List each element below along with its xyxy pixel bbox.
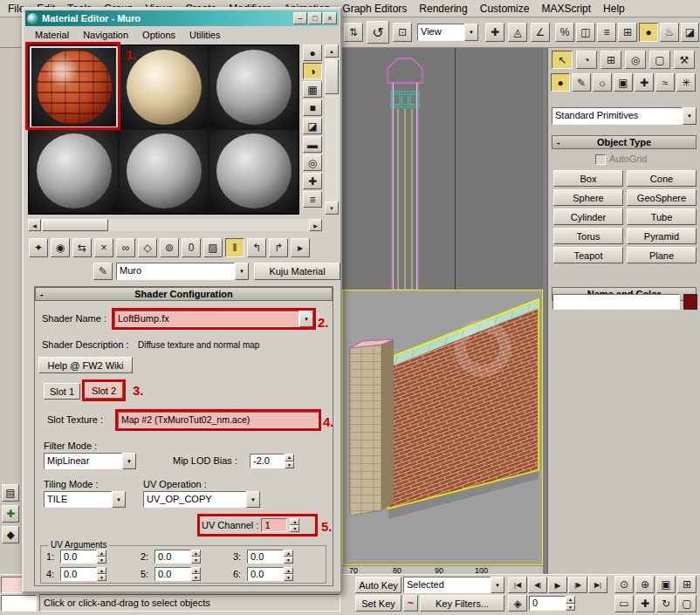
assign-material-to-selection-icon[interactable]: ⇆ bbox=[72, 238, 92, 257]
pan-icon[interactable]: ✚ bbox=[635, 595, 655, 612]
minimize-button[interactable]: – bbox=[293, 12, 307, 24]
options-icon[interactable]: ◎ bbox=[303, 154, 322, 171]
previous-frame-button[interactable]: ◀| bbox=[528, 577, 547, 593]
spin-down-icon[interactable]: ▼ bbox=[285, 461, 294, 469]
zoom-extents-all-icon[interactable]: ⊞ bbox=[677, 576, 697, 593]
layer-manager-icon[interactable]: ▤ bbox=[2, 484, 19, 502]
select-and-rotate-icon[interactable]: ↺ bbox=[367, 21, 389, 44]
zoom-icon[interactable]: ⊙ bbox=[614, 576, 634, 593]
uv-arg-4-spinner[interactable]: ▲▼ bbox=[97, 567, 106, 581]
tab-hierarchy[interactable]: ⊞ bbox=[600, 51, 621, 69]
category-cameras-icon[interactable]: ▣ bbox=[614, 73, 633, 92]
slot-texture-button[interactable]: Map #2 (TxMuroTut02_nm.ace) bbox=[118, 412, 319, 428]
auto-key-button[interactable]: Auto Key bbox=[355, 577, 401, 593]
uv-channel-field[interactable]: 1 bbox=[261, 518, 287, 532]
filter-mode-dropdown[interactable]: MipLinear ▼ bbox=[44, 453, 136, 469]
chevron-down-icon[interactable]: ▼ bbox=[299, 311, 313, 327]
viewport-perspective[interactable] bbox=[342, 290, 543, 565]
uv-arg-1-field[interactable]: 0.0 bbox=[60, 550, 97, 564]
object-button-geosphere[interactable]: GeoSphere bbox=[627, 189, 697, 206]
object-button-box[interactable]: Box bbox=[553, 170, 623, 187]
material-name-dropdown[interactable]: Muro ▼ bbox=[116, 263, 249, 280]
snap-toggle-icon[interactable]: ◬ bbox=[508, 23, 527, 42]
spin-up-icon[interactable]: ▲ bbox=[191, 567, 201, 574]
key-tangent-icon[interactable]: ~ bbox=[403, 595, 418, 612]
key-mode-toggle[interactable]: ◈ bbox=[508, 595, 527, 612]
menu-help[interactable]: Help bbox=[597, 1, 631, 17]
object-button-sphere[interactable]: Sphere bbox=[553, 189, 623, 206]
object-button-cone[interactable]: Cone bbox=[627, 170, 697, 187]
uv-arg-5-spinner[interactable]: ▲▼ bbox=[191, 567, 201, 581]
align-icon[interactable]: ≡ bbox=[597, 23, 616, 42]
spin-down-icon[interactable]: ▼ bbox=[284, 574, 293, 581]
select-and-scale-icon[interactable]: ⊡ bbox=[393, 23, 412, 42]
render-production-icon[interactable]: ◪ bbox=[681, 23, 699, 42]
spin-down-icon[interactable]: ▼ bbox=[566, 604, 575, 612]
tab-motion[interactable]: ◎ bbox=[625, 51, 646, 69]
uv-arg-1-spinner[interactable]: ▲▼ bbox=[97, 550, 106, 564]
spin-down-icon[interactable]: ▼ bbox=[191, 574, 201, 581]
menu-options[interactable]: Options bbox=[135, 29, 182, 41]
spin-down-icon[interactable]: ▼ bbox=[97, 574, 106, 581]
shader-name-dropdown[interactable]: LoftBump.fx ▼ bbox=[114, 311, 313, 327]
spin-up-icon[interactable]: ▲ bbox=[97, 567, 106, 574]
select-and-manipulate-icon[interactable]: ✚ bbox=[485, 23, 504, 42]
category-systems-icon[interactable]: ✳ bbox=[676, 73, 696, 92]
menu-graph-editors[interactable]: Graph Editors bbox=[336, 1, 413, 17]
current-frame-field[interactable]: 0 bbox=[529, 596, 566, 611]
render-setup-icon[interactable]: ♨ bbox=[660, 23, 679, 42]
reset-map-icon[interactable]: × bbox=[94, 238, 113, 257]
zoom-region-icon[interactable]: ▭ bbox=[614, 595, 634, 612]
select-and-link-icon[interactable]: ⇅ bbox=[344, 23, 363, 42]
next-frame-button[interactable]: |▶ bbox=[568, 577, 587, 593]
viewport-front[interactable] bbox=[342, 48, 543, 290]
angle-snap-icon[interactable]: ∠ bbox=[531, 23, 550, 42]
uv-arg-6-spinner[interactable]: ▲▼ bbox=[284, 567, 293, 581]
spin-up-icon[interactable]: ▲ bbox=[285, 454, 294, 461]
primitives-dropdown[interactable]: Standard Primitives ▼ bbox=[552, 107, 697, 125]
object-button-tube[interactable]: Tube bbox=[627, 208, 697, 225]
slot-2-tab[interactable]: Slot 2 bbox=[85, 382, 123, 399]
scroll-left-button[interactable]: ◀ bbox=[28, 219, 41, 231]
chevron-down-icon[interactable]: ▼ bbox=[122, 453, 136, 469]
mip-lod-bias-field[interactable]: -2.0 bbox=[250, 454, 285, 468]
shader-configuration-rollout[interactable]: - Shader Configuration bbox=[35, 287, 333, 301]
set-key-button[interactable]: Set Key bbox=[355, 595, 401, 612]
tab-utilities[interactable]: ⚒ bbox=[674, 51, 695, 69]
object-type-rollout[interactable]: - Object Type bbox=[552, 135, 697, 149]
material-editor-icon[interactable]: ● bbox=[639, 23, 658, 42]
help-wiki-button[interactable]: Help @ FW2 Wiki bbox=[38, 357, 133, 373]
key-filters-button[interactable]: Key Filters... bbox=[420, 595, 504, 612]
object-button-teapot[interactable]: Teapot bbox=[553, 247, 623, 263]
maxscript-mini-listener[interactable] bbox=[1, 595, 37, 612]
uv-arg-5-field[interactable]: 0.0 bbox=[154, 567, 191, 581]
view-dropdown[interactable]: View ▼ bbox=[417, 24, 478, 41]
video-color-check-icon[interactable]: ◪ bbox=[303, 118, 322, 134]
uv-operation-dropdown[interactable]: UV_OP_COPY ▼ bbox=[143, 491, 260, 508]
background-icon[interactable]: ▦ bbox=[303, 81, 322, 98]
chevron-down-icon[interactable]: ▼ bbox=[235, 263, 249, 280]
object-button-cylinder[interactable]: Cylinder bbox=[553, 208, 623, 225]
get-material-icon[interactable]: ✦ bbox=[29, 238, 48, 257]
material-slot-6[interactable] bbox=[209, 129, 299, 213]
chevron-down-icon[interactable]: ▼ bbox=[491, 577, 504, 593]
arc-rotate-icon[interactable]: ↻ bbox=[656, 595, 676, 612]
object-color-swatch[interactable] bbox=[683, 294, 697, 310]
go-to-parent-icon[interactable]: ↰ bbox=[247, 238, 266, 257]
spin-up-icon[interactable]: ▲ bbox=[191, 550, 201, 557]
category-lights-icon[interactable]: ☼ bbox=[593, 73, 612, 92]
spin-up-icon[interactable]: ▲ bbox=[290, 518, 299, 525]
go-to-end-button[interactable]: ▶| bbox=[588, 577, 607, 593]
slots-horizontal-scrollbar[interactable]: ◀ ▶ bbox=[28, 219, 322, 231]
material-id-channel-icon[interactable]: 0 bbox=[182, 238, 201, 257]
mirror-icon[interactable]: ◫ bbox=[576, 23, 595, 42]
category-helpers-icon[interactable]: ✚ bbox=[635, 73, 654, 92]
autogrid-checkbox[interactable] bbox=[595, 154, 606, 165]
menu-rendering[interactable]: Rendering bbox=[413, 1, 473, 17]
percent-snap-icon[interactable]: % bbox=[555, 23, 574, 42]
close-button[interactable]: × bbox=[323, 12, 337, 24]
scrollbar-thumb[interactable] bbox=[325, 59, 339, 94]
make-preview-icon[interactable]: ▬ bbox=[303, 136, 322, 153]
uv-arg-3-field[interactable]: 0.0 bbox=[247, 550, 284, 564]
menu-customize[interactable]: Customize bbox=[474, 1, 536, 17]
